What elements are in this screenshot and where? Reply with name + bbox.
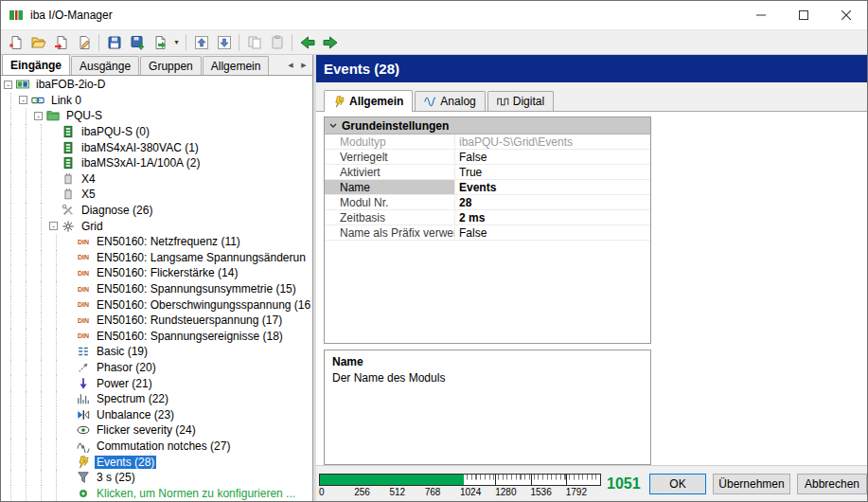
save-as-icon[interactable] xyxy=(126,31,148,53)
nav-back-icon[interactable] xyxy=(296,31,318,53)
property-value[interactable]: False xyxy=(455,150,650,164)
tree-item-9[interactable]: -Grid xyxy=(1,218,312,234)
property-row-1[interactable]: VerriegeltFalse xyxy=(325,150,650,165)
tree-item-14[interactable]: DINEN50160: Oberschwingungsspannung (16 xyxy=(1,296,312,313)
tree-item-13[interactable]: DINEN50160: Spannungsunsymmetrie (15) xyxy=(1,281,312,297)
export-dropdown-caret-icon[interactable]: ▾ xyxy=(171,31,182,53)
save-icon[interactable] xyxy=(103,31,125,53)
tree-item-label: Unbalance (23) xyxy=(95,408,176,421)
tree-item-24[interactable]: Events (28) xyxy=(1,454,312,470)
property-row-5[interactable]: Zeitbasis2 ms xyxy=(325,210,650,225)
tree-item-15[interactable]: DINEN50160: Rundsteuerspannung (17) xyxy=(1,313,312,329)
tree-item-21[interactable]: Unbalance (23) xyxy=(1,406,312,422)
tree-indent-guide xyxy=(10,93,19,109)
app-icon xyxy=(9,8,24,23)
import-icon[interactable] xyxy=(50,31,72,53)
tree-indent-guide xyxy=(10,454,19,470)
tree-item-23[interactable]: Commutation notches (27) xyxy=(1,439,312,455)
tree-item-label: Klicken, um Normen zu konfigurieren ... xyxy=(95,487,297,500)
folder-icon xyxy=(45,109,61,122)
tree-indent-guide xyxy=(10,313,19,329)
tab-scroll-left-icon[interactable]: ◀ xyxy=(284,58,297,73)
tree-item-17[interactable]: Basic (19) xyxy=(1,344,312,360)
tree-indent-guide xyxy=(26,391,34,407)
phasor-icon xyxy=(76,361,91,374)
property-value[interactable]: False xyxy=(455,225,650,240)
detail-tab-1[interactable]: Analog xyxy=(415,91,485,111)
basic-icon xyxy=(76,345,91,358)
ruler-scale-label: 0 xyxy=(319,487,325,497)
copy-icon[interactable] xyxy=(243,31,265,53)
property-row-0[interactable]: ModultypibaPQU-S\Grid\Events xyxy=(325,134,650,150)
tree-item-19[interactable]: Power (21) xyxy=(1,375,312,391)
property-value[interactable]: Events xyxy=(455,180,650,194)
tree-item-label: EN50160: Spannungsereignisse (18) xyxy=(95,330,285,343)
property-row-2[interactable]: AktiviertTrue xyxy=(325,165,650,180)
tree-indent-guide xyxy=(26,313,34,329)
nav-forward-icon[interactable] xyxy=(319,31,341,53)
property-label: Name als Präfix verwender xyxy=(325,225,455,240)
usage-ruler: 02565127681024128015361792 xyxy=(319,474,601,497)
detail-tab-2[interactable]: Digital xyxy=(487,91,554,111)
tree-item-10[interactable]: DINEN50160: Netzfrequenz (11) xyxy=(1,234,312,250)
io-tab-2[interactable]: Gruppen xyxy=(140,56,202,75)
move-up-icon[interactable] xyxy=(190,31,212,53)
tree-item-11[interactable]: DINEN50160: Langsame Spannungsänderun xyxy=(1,250,312,266)
tree-item-12[interactable]: DINEN50160: Flickerstärke (14) xyxy=(1,265,312,281)
detail-tab-0[interactable]: Allgemein xyxy=(324,90,413,112)
open-icon[interactable] xyxy=(27,31,49,53)
move-down-icon[interactable] xyxy=(213,31,235,53)
tree-item-7[interactable]: X5 xyxy=(1,187,312,203)
tree-item-26[interactable]: Klicken, um Normen zu konfigurieren ... xyxy=(1,485,312,501)
property-label: Name xyxy=(325,180,455,194)
minimize-icon[interactable] xyxy=(739,1,782,29)
property-value[interactable]: 28 xyxy=(455,195,650,209)
tree-indent-guide xyxy=(26,218,34,234)
tree-collapse-icon[interactable]: - xyxy=(49,222,58,230)
tree-collapse-icon[interactable]: - xyxy=(34,112,43,120)
tree-item-25[interactable]: 3 s (25) xyxy=(1,470,312,486)
tree-indent-guide xyxy=(41,187,49,203)
tree-item-20[interactable]: Spectrum (22) xyxy=(1,391,312,407)
close-icon[interactable] xyxy=(824,1,867,29)
tree-indent-guide xyxy=(10,470,19,486)
property-row-3[interactable]: NameEvents xyxy=(325,180,650,195)
tree-item-4[interactable]: ibaMS4xAI-380VAC (1) xyxy=(1,139,312,155)
tree-item-0[interactable]: -ibaFOB-2io-D xyxy=(1,77,312,93)
tree-item-label: Commutation notches (27) xyxy=(95,439,232,453)
property-row-6[interactable]: Name als Präfix verwenderFalse xyxy=(325,225,650,241)
property-value[interactable]: ibaPQU-S\Grid\Events xyxy=(455,134,650,149)
paste-icon[interactable] xyxy=(266,31,288,53)
maximize-icon[interactable] xyxy=(782,1,824,29)
tree-item-22[interactable]: Flicker severity (24) xyxy=(1,422,312,439)
io-tab-1[interactable]: Ausgänge xyxy=(71,56,139,75)
io-tab-3[interactable]: Allgemein xyxy=(203,56,270,75)
tree-item-label: EN50160: Oberschwingungsspannung (16 xyxy=(95,298,312,312)
tree-item-5[interactable]: ibaMS3xAI-1A/100A (2) xyxy=(1,155,312,171)
apply-button[interactable]: Übernehmen xyxy=(713,474,790,494)
tree-item-6[interactable]: X4 xyxy=(1,171,312,188)
tree-item-8[interactable]: Diagnose (26) xyxy=(1,203,312,219)
property-section-header[interactable]: Grundeinstellungen xyxy=(325,117,650,134)
new-icon[interactable] xyxy=(5,31,27,53)
tree-indent-guide xyxy=(41,281,49,297)
tree-collapse-icon[interactable]: - xyxy=(4,81,12,89)
io-tab-0[interactable]: Eingänge xyxy=(2,54,70,75)
tree-collapse-icon[interactable]: - xyxy=(19,96,27,104)
tree-item-3[interactable]: ibaPQU-S (0) xyxy=(1,124,312,140)
edit-icon[interactable] xyxy=(73,31,95,53)
unbalance-icon xyxy=(76,408,91,421)
ok-button[interactable]: OK xyxy=(649,474,706,494)
tree-item-18[interactable]: Phasor (20) xyxy=(1,360,312,376)
tab-scroll-right-icon[interactable]: ▶ xyxy=(297,58,310,73)
cancel-button[interactable]: Abbrechen xyxy=(797,474,867,494)
tree-item-1[interactable]: -Link 0 xyxy=(1,93,312,109)
property-row-4[interactable]: Modul Nr.28 xyxy=(325,195,650,210)
property-value[interactable]: 2 ms xyxy=(455,210,650,224)
tree-item-16[interactable]: DINEN50160: Spannungsereignisse (18) xyxy=(1,329,312,345)
tree-item-2[interactable]: -PQU-S xyxy=(1,108,312,124)
export-icon[interactable] xyxy=(149,31,170,53)
detail-panel: Events (28) AllgemeinAnalogDigital Grund… xyxy=(316,55,867,501)
property-value[interactable]: True xyxy=(455,165,650,179)
tree-indent-guide xyxy=(26,439,34,455)
